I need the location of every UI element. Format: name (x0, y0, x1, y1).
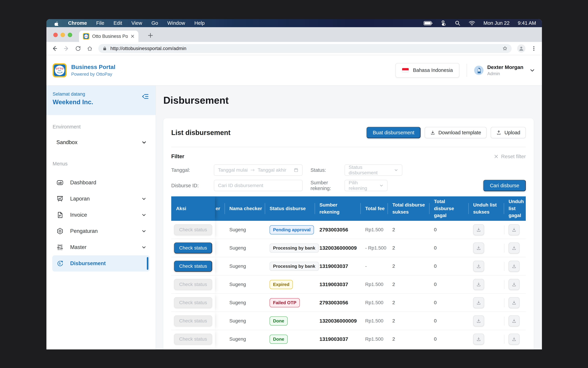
download-sukses-button[interactable] (473, 315, 484, 326)
column-unduh-list-sukses: Unduh list sukses (468, 196, 504, 221)
column-total-disburse-sukses: Total disburse sukses (388, 196, 429, 221)
disburse-id-placeholder: Cari ID disbursement (218, 183, 263, 188)
download-gagal-button[interactable] (508, 242, 520, 253)
wifi-icon[interactable] (469, 21, 475, 26)
date-end-placeholder: Tanggal akhir (258, 167, 286, 173)
browser-profile-icon[interactable] (517, 44, 525, 53)
tanggal-label: Tanggal: (171, 167, 214, 173)
new-tab-button[interactable] (147, 32, 154, 40)
check-status-button[interactable]: Check status (174, 261, 212, 272)
check-status-button[interactable]: Check status (174, 297, 212, 308)
status-badge: Expired (270, 280, 293, 289)
welcome-label: Selamat datang (53, 92, 149, 97)
minimize-window-button[interactable] (61, 33, 65, 37)
sumber-rekening-cell: 1319003037 (315, 330, 360, 348)
download-gagal-button[interactable] (508, 334, 520, 345)
download-sukses-button[interactable] (473, 279, 484, 290)
menus-label: Menus (53, 161, 156, 167)
tab-strip: OTTO Otto Business Portal (46, 27, 542, 42)
download-gagal-button[interactable] (508, 297, 520, 308)
tab-title: Otto Business Portal (92, 34, 128, 39)
date-range-input[interactable]: Tanggal mulai Tanggal akhir (214, 164, 303, 176)
environment-selector[interactable]: Sandbox (56, 139, 147, 146)
back-icon[interactable] (52, 46, 58, 52)
bookmark-star-icon[interactable] (502, 46, 507, 51)
menubar-app-name[interactable]: Chrome (68, 20, 87, 26)
create-disbursement-button[interactable]: Buat disbursement (367, 127, 421, 138)
menubar-item-window[interactable]: Window (167, 20, 185, 26)
sidebar-item-master[interactable]: Master (52, 239, 150, 255)
url-bar[interactable]: http://ottobusinessportal.com/admin (98, 44, 512, 53)
download-gagal-button[interactable] (508, 315, 520, 326)
macos-menubar: Chrome File Edit View Go Window Help Mon… (46, 19, 542, 27)
search-disburse-button[interactable]: Cari disburse (483, 180, 526, 191)
sidebar-item-laporan[interactable]: Laporan (52, 191, 150, 207)
logo-text: OTTO (56, 67, 63, 70)
download-gagal-button[interactable] (508, 261, 520, 272)
brand-subtitle: Powered by OttoPay (71, 72, 115, 77)
download-icon (512, 337, 517, 342)
total-fee-cell: Rp1.500 (360, 276, 388, 293)
date-start-placeholder: Tanggal mulai (218, 167, 248, 173)
check-status-button[interactable]: Check status (174, 242, 212, 253)
download-icon (476, 300, 481, 305)
sidebar-item-pengaturan[interactable]: Pengaturan (52, 223, 150, 239)
arrow-right-icon (251, 169, 255, 171)
spotlight-search-icon[interactable] (455, 20, 461, 26)
reload-icon[interactable] (75, 46, 81, 52)
download-gagal-button[interactable] (508, 224, 520, 235)
download-gagal-button[interactable] (508, 279, 520, 290)
sidebar-item-invoice[interactable]: Invoice (52, 207, 150, 223)
control-center-icon[interactable] (441, 20, 447, 26)
user-menu[interactable]: Dexter Morgan Admin (487, 64, 523, 76)
welcome-panel: Selamat datang Weekend Inc. (46, 86, 156, 115)
status-dropdown[interactable]: Status disbursement (344, 164, 402, 176)
chevron-down-icon (142, 212, 146, 217)
check-status-button[interactable]: Check status (174, 315, 212, 326)
apple-menu-icon[interactable] (54, 21, 59, 26)
download-sukses-button[interactable] (473, 334, 484, 345)
sumber-rekening-dropdown[interactable]: Pilih rekening (344, 180, 388, 191)
menubar-item-help[interactable]: Help (194, 20, 205, 26)
home-icon[interactable] (87, 46, 93, 52)
sidebar-item-dashboard[interactable]: Dashboard (52, 175, 150, 191)
check-status-button[interactable]: Check status (174, 224, 212, 235)
disburse-id-input[interactable]: Cari ID disbursement (214, 180, 303, 191)
forward-icon[interactable] (63, 46, 70, 52)
user-avatar[interactable] (474, 66, 483, 75)
reset-filter-button[interactable]: Reset filter (494, 154, 526, 159)
download-icon (512, 282, 517, 287)
sidebar-item-disbursement[interactable]: $ Disbursement (52, 255, 150, 272)
menubar-item-file[interactable]: File (96, 20, 104, 26)
download-icon (476, 318, 481, 323)
browser-menu-icon[interactable] (531, 46, 537, 51)
check-status-button[interactable]: Check status (174, 334, 212, 345)
download-sukses-button[interactable] (473, 224, 484, 235)
language-selector[interactable]: Bahasa Indonesia (395, 63, 459, 78)
download-sukses-button[interactable] (473, 261, 484, 272)
language-label: Bahasa Indonesia (413, 67, 453, 73)
collapse-sidebar-icon[interactable] (141, 92, 149, 101)
settings-icon (56, 228, 63, 235)
table-row: Check status Sugeng Expired 1319003037 R… (171, 276, 526, 294)
sumber-rekening-cell: 1319003037 (315, 276, 360, 293)
status-badge: Done (270, 316, 288, 325)
sidebar-item-label: Dashboard (70, 180, 96, 186)
browser-tab[interactable]: OTTO Otto Business Portal (79, 31, 138, 42)
sumber-rekening-cell: 1320036000009 (315, 312, 360, 330)
menubar-item-view[interactable]: View (131, 20, 142, 26)
menubar-item-edit[interactable]: Edit (113, 20, 122, 26)
maximize-window-button[interactable] (68, 33, 72, 37)
close-window-button[interactable] (53, 33, 58, 37)
disbursement-icon: $ (56, 260, 63, 267)
indonesia-flag-icon (402, 68, 409, 73)
user-chevron-down-icon[interactable] (530, 68, 535, 73)
download-template-button[interactable]: Download template (425, 127, 487, 138)
menubar-item-go[interactable]: Go (152, 20, 158, 26)
download-sukses-button[interactable] (473, 297, 484, 308)
tab-close-icon[interactable] (130, 34, 135, 38)
upload-button[interactable]: Upload (491, 127, 526, 138)
check-status-button[interactable]: Check status (174, 279, 212, 290)
total-sukses-cell: 2 (388, 312, 429, 330)
download-sukses-button[interactable] (473, 242, 484, 253)
